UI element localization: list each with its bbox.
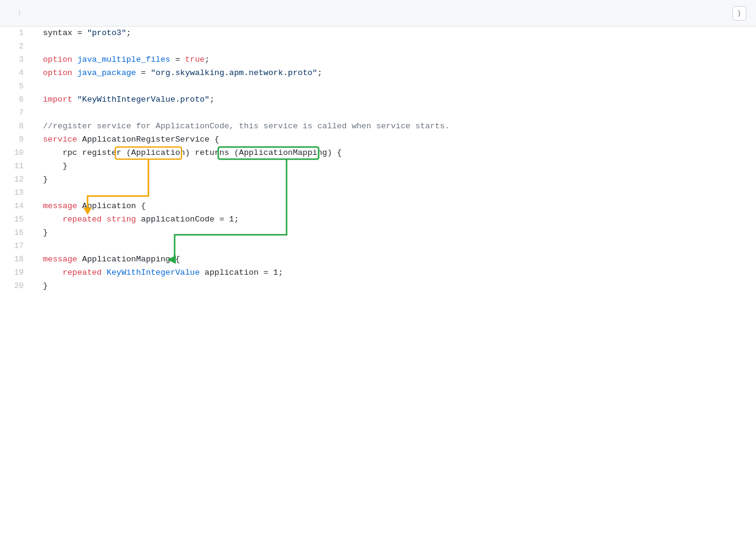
table-row: 17	[0, 240, 756, 253]
line-number: 10	[0, 146, 33, 160]
line-number: 20	[0, 280, 33, 293]
line-number: 19	[0, 266, 33, 280]
line-content: rpc register (Application) returns (Appl…	[33, 146, 756, 160]
table-row: 1syntax = "proto3";	[0, 27, 756, 40]
table-row: 5	[0, 80, 756, 93]
line-number: 5	[0, 80, 33, 93]
line-number: 18	[0, 253, 33, 266]
line-content: message ApplicationMapping {	[33, 253, 756, 266]
table-row: 10 rpc register (Application) returns (A…	[0, 146, 756, 160]
line-content: repeated string applicationCode = 1;	[33, 213, 756, 226]
line-number: 12	[0, 173, 33, 186]
table-row: 9service ApplicationRegisterService {	[0, 133, 756, 146]
line-content: //register service for ApplicationCode, …	[33, 120, 756, 133]
table-row: 4option java_package = "org.skywalking.a…	[0, 67, 756, 80]
line-content	[33, 40, 756, 53]
table-row: 3option java_multiple_files = true;	[0, 53, 756, 67]
code-area: 1syntax = "proto3";2 3option java_multip…	[0, 27, 756, 293]
table-row: 7	[0, 106, 756, 120]
line-content: }	[33, 280, 756, 293]
line-content: option java_multiple_files = true;	[33, 53, 756, 67]
table-row: 20}	[0, 280, 756, 293]
file-meta: |	[10, 8, 29, 18]
line-number: 16	[0, 226, 33, 240]
line-number: 17	[0, 240, 33, 253]
code-table: 1syntax = "proto3";2 3option java_multip…	[0, 27, 756, 293]
line-number: 11	[0, 160, 33, 173]
line-content: repeated KeyWithIntegerValue application…	[33, 266, 756, 280]
table-row: 13	[0, 186, 756, 200]
line-number: 8	[0, 120, 33, 133]
line-number: 7	[0, 106, 33, 120]
line-number: 15	[0, 213, 33, 226]
line-number: 4	[0, 67, 33, 80]
table-row: 18message ApplicationMapping {	[0, 253, 756, 266]
line-number: 2	[0, 40, 33, 53]
table-row: 19 repeated KeyWithIntegerValue applicat…	[0, 266, 756, 280]
line-content: option java_package = "org.skywalking.ap…	[33, 67, 756, 80]
line-number: 14	[0, 200, 33, 213]
line-number: 3	[0, 53, 33, 67]
table-row: 14message Application {	[0, 200, 756, 213]
file-header: | ⟩	[0, 0, 756, 27]
line-number: 13	[0, 186, 33, 200]
line-content: }	[33, 173, 756, 186]
table-row: 2	[0, 40, 756, 53]
table-row: 6import "KeyWithIntegerValue.proto";	[0, 93, 756, 106]
table-row: 15 repeated string applicationCode = 1;	[0, 213, 756, 226]
line-number: 6	[0, 93, 33, 106]
table-row: 16}	[0, 226, 756, 240]
table-row: 12}	[0, 173, 756, 186]
line-content	[33, 80, 756, 93]
line-number: 9	[0, 133, 33, 146]
table-row: 8//register service for ApplicationCode,…	[0, 120, 756, 133]
line-content: syntax = "proto3";	[33, 27, 756, 40]
line-content: import "KeyWithIntegerValue.proto";	[33, 93, 756, 106]
line-content: message Application {	[33, 200, 756, 213]
line-content: }	[33, 160, 756, 173]
divider: |	[17, 8, 22, 18]
line-content: service ApplicationRegisterService {	[33, 133, 756, 146]
line-content: }	[33, 226, 756, 240]
table-row: 11 }	[0, 160, 756, 173]
line-content	[33, 240, 756, 253]
line-content	[33, 106, 756, 120]
line-content	[33, 186, 756, 200]
expand-button[interactable]: ⟩	[732, 6, 746, 21]
line-number: 1	[0, 27, 33, 40]
